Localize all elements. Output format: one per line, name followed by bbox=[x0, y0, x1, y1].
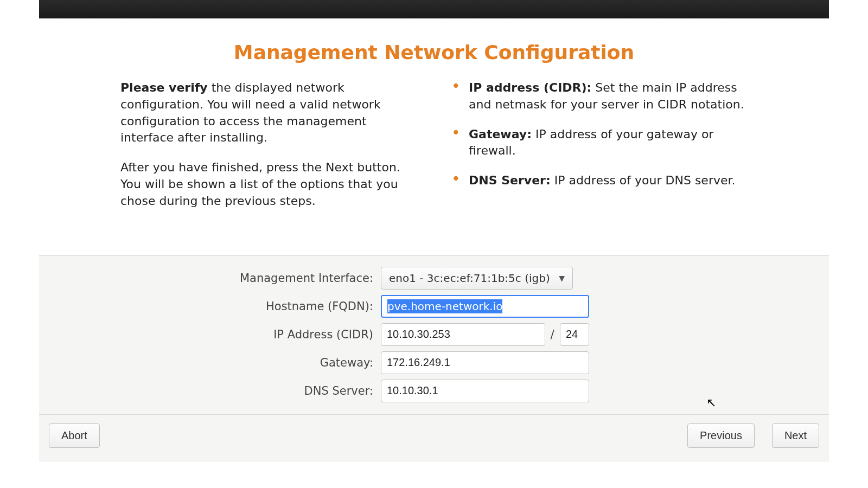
bullet-dns-bold: DNS Server: bbox=[469, 174, 551, 187]
installer-window: Management Network Configuration Please … bbox=[39, 0, 829, 462]
page-title: Management Network Configuration bbox=[39, 41, 829, 63]
cidr-slash: / bbox=[551, 328, 554, 341]
row-hostname: Hostname (FQDN): pve.home-network.io bbox=[39, 295, 829, 318]
bullet-ip: IP address (CIDR): Set the main IP addre… bbox=[450, 80, 748, 113]
mgmt-interface-select[interactable]: eno1 - 3c:ec:ef:71:1b:5c (igb) ▼ bbox=[381, 267, 573, 290]
bullet-ip-bold: IP address (CIDR): bbox=[469, 81, 591, 94]
verify-bold: Please verify bbox=[120, 81, 208, 94]
description-area: Please verify the displayed network conf… bbox=[39, 80, 829, 255]
row-dns: DNS Server: bbox=[39, 380, 829, 402]
row-mgmt-interface: Management Interface: eno1 - 3c:ec:ef:71… bbox=[39, 267, 829, 290]
chevron-down-icon: ▼ bbox=[559, 274, 565, 282]
abort-button[interactable]: Abort bbox=[49, 423, 100, 448]
header-banner bbox=[39, 0, 829, 18]
bullet-dns: DNS Server: IP address of your DNS serve… bbox=[450, 172, 748, 189]
description-right: IP address (CIDR): Set the main IP addre… bbox=[450, 80, 748, 223]
description-left: Please verify the displayed network conf… bbox=[120, 80, 418, 223]
gateway-input[interactable] bbox=[381, 351, 589, 374]
next-instruction: After you have finished, press the Next … bbox=[120, 159, 418, 209]
label-gateway: Gateway: bbox=[77, 356, 381, 369]
dns-server-input[interactable] bbox=[381, 380, 589, 402]
form-area: Management Interface: eno1 - 3c:ec:ef:71… bbox=[39, 255, 829, 415]
label-mgmt-interface: Management Interface: bbox=[77, 272, 381, 285]
row-ip-cidr: IP Address (CIDR) / bbox=[39, 323, 829, 346]
bullet-dns-text: IP address of your DNS server. bbox=[551, 174, 736, 187]
bullet-gw-bold: Gateway: bbox=[469, 127, 532, 141]
cidr-input[interactable] bbox=[560, 323, 589, 346]
bullet-gateway: Gateway: IP address of your gateway or f… bbox=[450, 126, 748, 160]
label-dns: DNS Server: bbox=[77, 384, 381, 397]
label-hostname: Hostname (FQDN): bbox=[77, 300, 381, 313]
ip-address-input[interactable] bbox=[381, 323, 545, 346]
mgmt-interface-value: eno1 - 3c:ec:ef:71:1b:5c (igb) bbox=[389, 272, 550, 285]
button-bar: Abort Previous Next bbox=[39, 415, 829, 462]
label-ip-cidr: IP Address (CIDR) bbox=[77, 328, 381, 341]
previous-button[interactable]: Previous bbox=[687, 423, 755, 448]
hostname-value: pve.home-network.io bbox=[387, 299, 502, 313]
row-gateway: Gateway: bbox=[39, 351, 829, 374]
next-button[interactable]: Next bbox=[772, 423, 819, 448]
hostname-input[interactable]: pve.home-network.io bbox=[381, 295, 589, 318]
